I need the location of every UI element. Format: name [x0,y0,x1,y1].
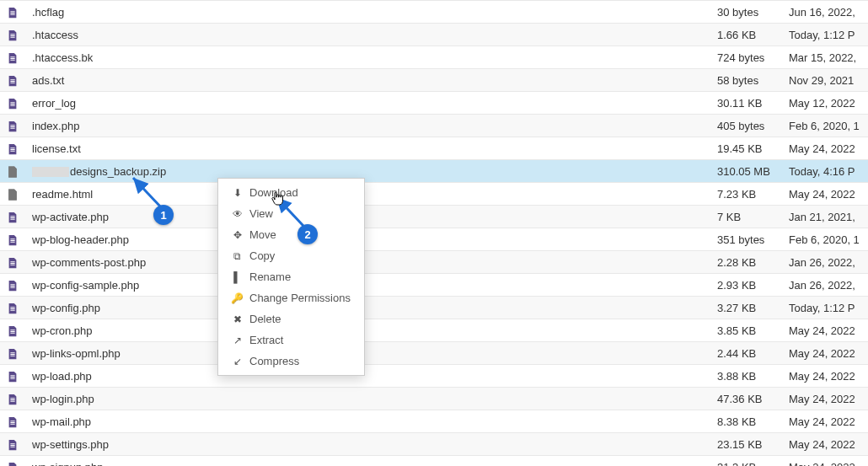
file-row[interactable]: readme.html7.23 KBMay 24, 2022 [0,183,868,206]
file-name[interactable]: wp-blog-header.php [25,228,716,251]
file-date: Today, 1:12 P [788,297,868,319]
file-date: Today, 1:12 P [788,24,868,46]
file-size: 2.44 KB [716,342,788,365]
file-date: May 24, 2022 [788,365,868,388]
copy-icon: ⧉ [232,250,243,262]
file-size: 7 KB [716,206,788,228]
file-name[interactable]: license.txt [25,137,716,160]
file-name[interactable]: wp-cron.php [25,319,716,342]
callout-2: 2 [297,224,318,244]
file-size: 3.27 KB [716,297,788,319]
file-row[interactable]: wp-load.php3.88 KBMay 24, 2022 [0,365,868,388]
rename-icon: ▌ [232,271,243,283]
menu-item-copy[interactable]: ⧉Copy [218,245,364,266]
file-name[interactable]: error_log [25,92,716,115]
file-row[interactable]: error_log30.11 KBMay 12, 2022 [0,92,868,115]
file-list: .hcflag30 bytesJun 16, 2022,.htaccess1.6… [0,0,868,466]
file-row[interactable]: .hcflag30 bytesJun 16, 2022, [0,1,868,24]
file-name[interactable]: ads.txt [25,69,716,92]
file-row[interactable]: license.txt19.45 KBMay 24, 2022 [0,137,868,160]
extract-icon: ↗ [232,335,243,346]
file-doc-icon [7,301,19,313]
redacted-text [32,167,69,177]
file-name[interactable]: wp-load.php [25,365,716,388]
file-name[interactable]: .hcflag [25,1,716,24]
file-date: Nov 29, 2021 [788,69,868,92]
move-icon: ✥ [232,229,243,241]
menu-item-extract[interactable]: ↗Extract [218,329,364,351]
file-row[interactable]: wp-cron.php3.85 KBMay 24, 2022 [0,319,868,342]
file-name[interactable]: wp-login.php [25,388,716,410]
file-row[interactable]: wp-settings.php23.15 KBMay 24, 2022 [0,433,868,456]
file-row[interactable]: .htaccess1.66 KBToday, 1:12 P [0,24,868,46]
file-date: Feb 6, 2020, 1 [788,228,868,251]
compress-icon: ↙ [232,356,243,367]
file-date: May 24, 2022 [788,183,868,206]
file-row[interactable]: .htaccess.bk724 bytesMar 15, 2022, [0,46,868,69]
download-icon: ⬇ [232,187,243,199]
file-date: Jun 16, 2022, [788,1,868,24]
file-size: 47.36 KB [716,388,788,410]
file-zip-icon [7,164,19,177]
file-doc-icon [7,278,19,291]
file-size: 2.28 KB [716,251,788,274]
file-row[interactable]: wp-signup.php31.3 KBMay 24, 2022 [0,456,868,467]
file-doc-icon [7,369,19,382]
menu-item-view[interactable]: 👁View [218,203,364,224]
file-name[interactable]: wp-settings.php [25,433,716,456]
file-row[interactable]: wp-links-opml.php2.44 KBMay 24, 2022 [0,342,868,365]
menu-item-rename[interactable]: ▌Rename [218,266,364,287]
file-size: 30 bytes [716,1,788,24]
file-row[interactable]: designs_backup.zip310.05 MBToday, 4:16 P [0,160,868,183]
file-name[interactable]: wp-signup.php [25,456,716,467]
file-name[interactable]: wp-links-opml.php [25,342,716,365]
context-menu: ⬇Download👁View✥Move⧉Copy▌Rename🔑Change P… [217,178,365,376]
file-row[interactable]: wp-config-sample.php2.93 KBJan 26, 2022, [0,274,868,297]
file-name[interactable]: wp-config-sample.php [25,274,716,297]
file-doc-icon [7,460,19,466]
file-size: 31.3 KB [716,456,788,467]
file-name[interactable]: wp-comments-post.php [25,251,716,274]
file-name[interactable]: index.php [25,115,716,137]
file-name[interactable]: designs_backup.zip [25,160,716,183]
file-name[interactable]: readme.html [25,183,716,206]
file-doc-icon [7,392,19,404]
file-size: 58 bytes [716,69,788,92]
file-doc-icon [7,437,19,450]
file-doc-icon [7,255,19,268]
file-date: May 24, 2022 [788,319,868,342]
file-size: 351 bytes [716,228,788,251]
file-row[interactable]: index.php405 bytesFeb 6, 2020, 1 [0,115,868,137]
file-name[interactable]: .htaccess.bk [25,46,716,69]
file-code-icon [7,187,19,200]
file-name[interactable]: wp-activate.php [25,206,716,228]
file-size: 2.93 KB [716,274,788,297]
file-doc-icon [7,5,19,18]
file-row[interactable]: wp-mail.php8.38 KBMay 24, 2022 [0,410,868,433]
file-doc-icon [7,96,19,109]
file-doc-icon [7,142,19,154]
file-date: May 24, 2022 [788,342,868,365]
file-name[interactable]: .htaccess [25,24,716,46]
menu-item-move[interactable]: ✥Move [218,224,364,245]
file-row[interactable]: wp-blog-header.php351 bytesFeb 6, 2020, … [0,228,868,251]
file-row[interactable]: ads.txt58 bytesNov 29, 2021 [0,69,868,92]
file-row[interactable]: wp-login.php47.36 KBMay 24, 2022 [0,388,868,410]
file-doc-icon [7,324,19,336]
file-size: 405 bytes [716,115,788,137]
file-row[interactable]: wp-activate.php7 KBJan 21, 2021, [0,206,868,228]
file-row[interactable]: wp-config.php3.27 KBToday, 1:12 P [0,297,868,319]
eye-icon: 👁 [232,208,243,220]
file-row[interactable]: wp-comments-post.php2.28 KBJan 26, 2022, [0,251,868,274]
file-date: Jan 26, 2022, [788,251,868,274]
file-doc-icon [7,210,19,222]
menu-item-compress[interactable]: ↙Compress [218,351,364,372]
file-date: May 24, 2022 [788,410,868,433]
file-name[interactable]: wp-mail.php [25,410,716,433]
menu-item-delete[interactable]: ✖Delete [218,308,364,329]
file-size: 3.85 KB [716,319,788,342]
file-size: 30.11 KB [716,92,788,115]
file-name[interactable]: wp-config.php [25,297,716,319]
menu-item-download[interactable]: ⬇Download [218,182,364,203]
menu-item-change-permissions[interactable]: 🔑Change Permissions [218,287,364,308]
